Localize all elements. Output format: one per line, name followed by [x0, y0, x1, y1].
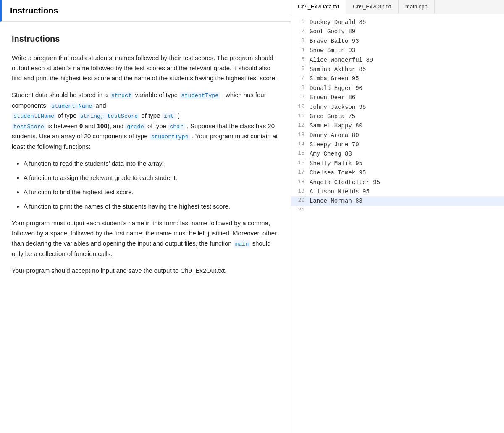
line-number: 7	[291, 74, 310, 83]
list-item: A function to read the students' data in…	[24, 158, 279, 169]
list-item: A function to print the names of the stu…	[24, 201, 279, 211]
tab-ch9-data[interactable]: Ch9_Ex2Data.txt	[291, 0, 346, 14]
line-number: 14	[291, 140, 310, 149]
table-row: 15Amy Cheng 83	[291, 149, 504, 158]
line-text: Johny Jackson 95	[310, 103, 504, 112]
p2-mid3: of type	[56, 112, 78, 119]
p2-and: and	[94, 102, 106, 109]
paragraph-3: Your program must output each student's …	[12, 218, 279, 259]
table-row: 8Donald Egger 90	[291, 84, 504, 93]
table-row: 9Brown Deer 86	[291, 93, 504, 102]
file-content: 1Duckey Donald 852Goof Goofy 893Brave Ba…	[291, 14, 504, 433]
p2-prefix: Student data should be stored in a	[12, 91, 110, 98]
line-text: Chelsea Tomek 95	[310, 168, 504, 177]
line-text: Shelly Malik 95	[310, 159, 504, 168]
table-row: 7Simba Green 95	[291, 74, 504, 83]
line-number: 17	[291, 168, 310, 177]
p2-mid8: of type	[146, 122, 168, 129]
char-ref: char	[168, 123, 185, 130]
p2-mid: variable of type	[133, 91, 179, 98]
line-number: 8	[291, 84, 310, 93]
p2-mid5: (	[176, 112, 179, 119]
list-item: A function to find the highest test scor…	[24, 187, 279, 197]
tabs-bar: Ch9_Ex2Data.txt Ch9_Ex2Out.txt main.cpp	[291, 0, 504, 14]
left-panel: Instructions Instructions Write a progra…	[0, 0, 291, 433]
line-text: Donald Egger 90	[310, 84, 504, 93]
table-row: 16Shelly Malik 95	[291, 159, 504, 168]
line-text: Danny Arora 80	[310, 131, 504, 140]
table-row: 3Brave Balto 93	[291, 37, 504, 46]
studentlname-ref: studentLName	[12, 113, 56, 120]
line-number: 3	[291, 37, 310, 46]
line-text: Simba Green 95	[310, 74, 504, 83]
line-number: 9	[291, 93, 310, 102]
studentfname-ref: studentFName	[50, 103, 94, 110]
line-number: 20	[291, 196, 310, 206]
line-text: Greg Gupta 75	[310, 112, 504, 121]
bullet-list: A function to read the students' data in…	[24, 158, 279, 211]
line-text: Snow Smitn 93	[310, 46, 504, 55]
string-testscore-ref: string, testScore	[79, 113, 140, 120]
table-row: 13Danny Arora 80	[291, 131, 504, 140]
studenttype-ref-1: studentType	[179, 92, 220, 99]
line-number: 11	[291, 112, 310, 121]
line-text: Samuel Happy 80	[310, 121, 504, 130]
line-number: 16	[291, 159, 310, 168]
line-text: Sleepy June 70	[310, 140, 504, 149]
table-row: 20Lance Norman 88	[291, 196, 504, 206]
line-number: 10	[291, 103, 310, 112]
line-text: Amy Cheng 83	[310, 149, 504, 158]
table-row: 17Chelsea Tomek 95	[291, 168, 504, 177]
studenttype-ref-2: studentType	[150, 133, 190, 140]
line-number: 12	[291, 121, 310, 130]
line-number: 19	[291, 187, 310, 196]
line-text: Angela Clodfelter 95	[310, 178, 504, 187]
line-text: Allison Nields 95	[310, 187, 504, 196]
line-number: 2	[291, 27, 310, 36]
table-row: 4Snow Smitn 93	[291, 46, 504, 55]
main-ref: main	[234, 240, 250, 248]
line-text: Lance Norman 88	[310, 196, 504, 206]
line-text: Brave Balto 93	[310, 37, 504, 46]
line-text: Samina Akthar 85	[310, 65, 504, 74]
table-row: 14Sleepy June 70	[291, 140, 504, 149]
right-panel: Ch9_Ex2Data.txt Ch9_Ex2Out.txt main.cpp …	[291, 0, 504, 433]
table-row: 19Allison Nields 95	[291, 187, 504, 196]
table-row: 5Alice Wonderful 89	[291, 55, 504, 65]
line-number: 1	[291, 18, 310, 27]
page-title: Instructions	[10, 6, 58, 15]
hundred-value: 100	[97, 122, 108, 129]
testscore-ref: testScore	[12, 123, 46, 130]
table-row: 21	[291, 206, 504, 215]
paragraph-1: Write a program that reads students' nam…	[12, 53, 279, 83]
table-row: 1Duckey Donald 85	[291, 18, 504, 27]
table-row: 6Samina Akthar 85	[291, 65, 504, 74]
line-number: 6	[291, 65, 310, 74]
line-number: 4	[291, 46, 310, 55]
tab-ch9-out[interactable]: Ch9_Ex2Out.txt	[346, 0, 399, 14]
grade-ref: grade	[125, 123, 146, 130]
left-header: Instructions	[0, 0, 291, 22]
p2-and2: and	[83, 122, 97, 129]
paragraph-2: Student data should be stored in a struc…	[12, 90, 279, 152]
line-text: Brown Deer 86	[310, 93, 504, 102]
p2-mid6: is between	[46, 122, 79, 129]
table-row: 10Johny Jackson 95	[291, 103, 504, 112]
line-number: 5	[291, 55, 310, 65]
instructions-heading: Instructions	[12, 32, 279, 45]
p2-mid4: of type	[139, 112, 162, 119]
paragraph-4: Your program should accept no input and …	[12, 266, 279, 276]
line-text: Duckey Donald 85	[310, 18, 504, 27]
list-item: A function to assign the relevant grade …	[24, 173, 279, 183]
line-number: 21	[291, 206, 310, 215]
instructions-content: Instructions Write a program that reads …	[0, 22, 291, 293]
table-row: 11Greg Gupta 75	[291, 112, 504, 121]
tab-main-cpp[interactable]: main.cpp	[399, 0, 435, 14]
line-number: 13	[291, 131, 310, 140]
line-number: 18	[291, 178, 310, 187]
line-text: Goof Goofy 89	[310, 27, 504, 36]
table-row: 18Angela Clodfelter 95	[291, 178, 504, 187]
line-text: Alice Wonderful 89	[310, 55, 504, 65]
struct-keyword: struct	[110, 92, 134, 99]
p2-mid7: ), and	[108, 122, 126, 129]
